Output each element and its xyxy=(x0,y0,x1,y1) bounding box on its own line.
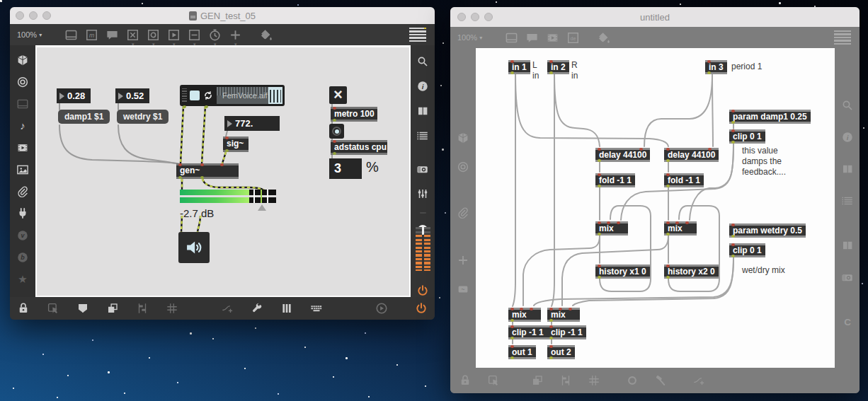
message-box-icon[interactable] xyxy=(85,28,98,42)
message-box-wetdry[interactable]: wetdry $1 xyxy=(117,110,169,124)
codebox-de-icon[interactable] xyxy=(566,31,580,45)
power-icon[interactable] xyxy=(415,302,428,315)
metro-clock-icon[interactable] xyxy=(208,28,222,42)
object-fold-left[interactable]: fold -1 1 xyxy=(595,173,635,187)
object-delay-right[interactable]: delay 44100 xyxy=(664,148,719,162)
columns-icon[interactable] xyxy=(841,239,854,252)
grid-toggle-icon[interactable] xyxy=(409,28,426,42)
object-browser-icon[interactable] xyxy=(457,132,469,144)
keyboard-icon[interactable] xyxy=(310,302,323,315)
patchcord-add-icon[interactable] xyxy=(692,374,705,387)
gen-patcher-canvas[interactable]: in 1 Lin in 2 Rin in 3 period 1 param da… xyxy=(476,48,835,368)
object-box-icon[interactable] xyxy=(147,28,160,42)
ezdac-speaker-button[interactable] xyxy=(178,232,210,263)
add-object-icon[interactable] xyxy=(229,28,242,42)
console-list-icon[interactable] xyxy=(416,129,429,142)
object-sig[interactable]: sig~ xyxy=(223,136,249,152)
object-adstatus[interactable]: adstatus cpu xyxy=(331,140,387,155)
zoom-button[interactable] xyxy=(484,13,493,21)
paint-bucket-icon[interactable] xyxy=(597,31,610,45)
object-clip-wetdry[interactable]: clip 0 1 xyxy=(729,243,765,257)
audio-power-icon[interactable] xyxy=(416,284,429,297)
tilde-box-icon[interactable] xyxy=(457,283,469,296)
drag-grip-icon[interactable] xyxy=(182,88,187,103)
object-history-right[interactable]: history x2 0 xyxy=(664,265,719,279)
add-icon[interactable] xyxy=(457,254,469,267)
paint-bucket-icon[interactable] xyxy=(259,28,273,42)
presentation-icon[interactable] xyxy=(76,302,89,315)
mixer-sliders-icon[interactable] xyxy=(416,187,429,200)
snapshot-camera-icon[interactable] xyxy=(841,271,854,284)
bang-button[interactable] xyxy=(329,124,344,139)
circle-icon[interactable] xyxy=(626,374,639,387)
columns-icon[interactable] xyxy=(841,163,854,175)
select-cursor-icon[interactable] xyxy=(487,374,500,387)
object-fold-right[interactable]: fold -1 1 xyxy=(664,173,704,187)
align-icon[interactable] xyxy=(559,374,572,387)
object-mix-left[interactable]: mix xyxy=(595,221,628,236)
object-param-damp[interactable]: param damp1 0.25 xyxy=(729,110,811,124)
info-icon[interactable] xyxy=(416,80,429,93)
comment-bubble-icon[interactable] xyxy=(105,28,119,42)
image-icon[interactable] xyxy=(16,163,29,176)
select-cursor-icon[interactable] xyxy=(47,302,59,315)
gain-knob-triangle[interactable] xyxy=(258,204,266,211)
info-icon[interactable] xyxy=(841,131,854,144)
patcher-canvas[interactable]: 0.28 0.52 damp1 $1 wetdry $1 FemVoice.ai… xyxy=(35,45,411,297)
inspector-target-icon[interactable] xyxy=(16,76,29,88)
audio-note-icon[interactable]: ♪ xyxy=(16,120,29,132)
object-browser-icon[interactable] xyxy=(16,54,29,66)
object-clip-out-right[interactable]: clip -1 1 xyxy=(547,325,586,339)
object-in3[interactable]: in 3 xyxy=(705,60,727,74)
search-icon[interactable] xyxy=(416,55,429,68)
attachment-clip-icon[interactable] xyxy=(457,207,469,219)
close-button[interactable] xyxy=(16,11,24,20)
object-in1[interactable]: in 1 xyxy=(508,60,530,74)
film-box-icon[interactable] xyxy=(546,31,559,45)
object-param-wetdry[interactable]: param wetdry 0.5 xyxy=(729,223,806,238)
plug-icon[interactable] xyxy=(16,207,29,220)
titlebar[interactable]: untitled xyxy=(450,7,860,27)
beap-icon[interactable] xyxy=(16,251,29,264)
favorites-star-icon[interactable]: ★ xyxy=(16,273,29,286)
snapshot-camera-icon[interactable] xyxy=(416,163,429,175)
object-clip-damp[interactable]: clip 0 1 xyxy=(729,129,765,144)
number-box-wetdry[interactable]: 0.52 xyxy=(115,88,149,103)
patchcord-add-icon[interactable] xyxy=(221,302,234,315)
titlebar[interactable]: GEN_test_05 xyxy=(10,7,435,24)
playbar-box-icon[interactable] xyxy=(167,28,181,42)
c-badge-icon[interactable] xyxy=(841,315,854,328)
number-box-freq[interactable]: 772. xyxy=(224,116,280,131)
live-gain-slider[interactable] xyxy=(180,190,276,204)
minimize-button[interactable] xyxy=(29,11,38,20)
layers-icon[interactable] xyxy=(106,302,119,315)
inspector-target-icon[interactable] xyxy=(457,161,469,173)
object-out1[interactable]: out 1 xyxy=(508,345,536,359)
layers-icon[interactable] xyxy=(531,374,544,387)
comment-bubble-icon[interactable] xyxy=(525,31,539,45)
number-box-icon[interactable] xyxy=(188,28,201,42)
close-button[interactable] xyxy=(457,13,466,21)
minimize-button[interactable] xyxy=(471,13,479,21)
panel-icon[interactable] xyxy=(505,31,518,45)
number-box-damp[interactable]: 0.28 xyxy=(57,88,91,103)
video-film-icon[interactable] xyxy=(16,141,29,154)
lock-icon[interactable] xyxy=(17,302,30,315)
object-in2[interactable]: in 2 xyxy=(547,60,569,74)
grid-toggle-icon[interactable] xyxy=(834,30,851,45)
playbar[interactable]: FemVoice.aif xyxy=(180,85,285,106)
zoom-level-control[interactable]: 100%▾ xyxy=(17,30,42,39)
object-mix-out-left[interactable]: mix xyxy=(508,308,541,322)
object-mix-out-right[interactable]: mix xyxy=(547,308,580,322)
toggle-box[interactable]: × xyxy=(329,86,347,104)
object-metro[interactable]: metro 100 xyxy=(331,107,377,122)
grid-icon[interactable] xyxy=(588,374,600,387)
zoom-level-control[interactable]: 100%▾ xyxy=(457,33,482,42)
piano-keys-icon[interactable] xyxy=(280,302,293,315)
toggle-box-icon[interactable] xyxy=(126,28,139,42)
object-mix-right[interactable]: mix xyxy=(664,221,697,236)
hammer-icon[interactable] xyxy=(654,374,667,387)
panel-icon[interactable] xyxy=(16,98,29,110)
object-out2[interactable]: out 2 xyxy=(547,345,575,359)
grid-icon[interactable] xyxy=(166,302,178,315)
